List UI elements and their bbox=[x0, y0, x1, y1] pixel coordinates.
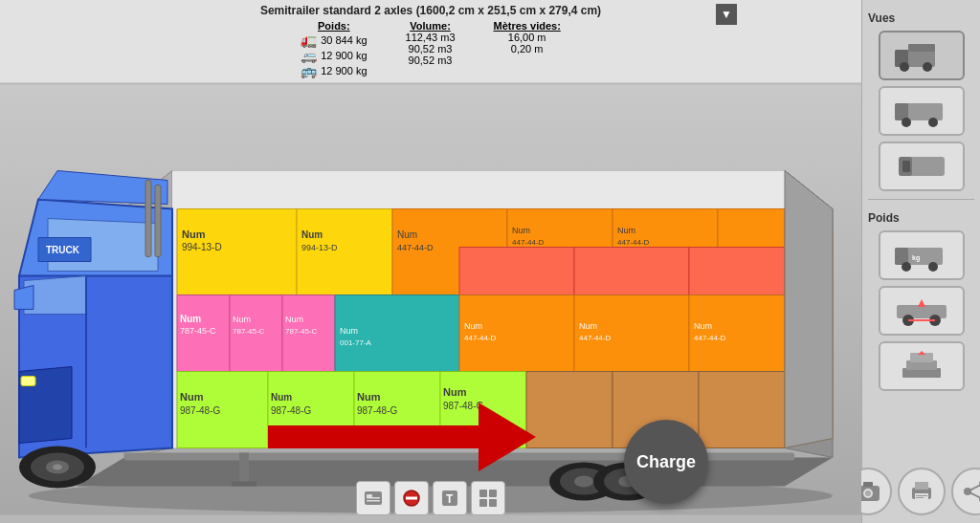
svg-text:Num: Num bbox=[617, 226, 635, 235]
svg-marker-76 bbox=[574, 248, 689, 295]
svg-text:787-45-C: 787-45-C bbox=[180, 326, 216, 336]
row1-volume: 112,43 m3 bbox=[406, 32, 456, 43]
svg-marker-77 bbox=[689, 248, 785, 295]
svg-text:447-44-D: 447-44-D bbox=[464, 334, 497, 342]
svg-point-122 bbox=[53, 465, 62, 470]
svg-rect-115 bbox=[21, 377, 35, 386]
main-viewport: Semitrailer standard 2 axles (1600,2 cm … bbox=[0, 0, 861, 523]
svg-text:Num: Num bbox=[397, 229, 417, 240]
svg-text:787-45-C: 787-45-C bbox=[233, 327, 265, 336]
row2-icon: 🚐 bbox=[301, 48, 317, 63]
svg-marker-75 bbox=[459, 248, 574, 295]
row1-icon: 🚛 bbox=[301, 33, 317, 48]
svg-marker-99 bbox=[526, 372, 612, 448]
charge-button[interactable]: Charge bbox=[624, 420, 708, 504]
svg-point-2 bbox=[900, 62, 909, 72]
svg-marker-101 bbox=[699, 372, 785, 448]
svg-text:T: T bbox=[446, 492, 454, 506]
svg-marker-50 bbox=[297, 209, 392, 295]
svg-point-125 bbox=[574, 476, 593, 488]
row1-metres: 16,00 m bbox=[508, 32, 546, 43]
poids-axles-btn[interactable] bbox=[879, 286, 965, 336]
svg-rect-31 bbox=[915, 482, 928, 490]
svg-rect-11 bbox=[902, 161, 910, 172]
svg-text:Num: Num bbox=[301, 229, 323, 240]
svg-text:447-44-D: 447-44-D bbox=[397, 243, 434, 252]
svg-text:Num: Num bbox=[182, 229, 206, 240]
svg-text:Num: Num bbox=[180, 391, 204, 403]
poids-stack-btn[interactable] bbox=[879, 341, 965, 391]
svg-text:Num: Num bbox=[233, 315, 251, 324]
svg-text:447-44-D: 447-44-D bbox=[512, 238, 545, 247]
svg-point-3 bbox=[923, 62, 932, 72]
svg-marker-47 bbox=[177, 209, 297, 295]
row3-volume: 90,52 m3 bbox=[409, 54, 453, 66]
svg-rect-141 bbox=[479, 490, 487, 497]
arrow-body bbox=[268, 425, 479, 448]
svg-point-7 bbox=[902, 118, 911, 127]
poids-col-label: Poids: bbox=[318, 20, 350, 32]
svg-text:Num: Num bbox=[357, 391, 381, 403]
print-btn[interactable] bbox=[898, 468, 946, 515]
divider bbox=[868, 199, 974, 200]
svg-text:994-13-D: 994-13-D bbox=[301, 243, 338, 252]
svg-rect-112 bbox=[145, 181, 151, 257]
svg-text:Num: Num bbox=[180, 314, 201, 324]
svg-text:Num: Num bbox=[340, 326, 358, 336]
poids-label: Poids bbox=[868, 211, 900, 225]
svg-text:TRUCK: TRUCK bbox=[46, 245, 80, 255]
bottom-toolbar: T bbox=[356, 481, 505, 515]
dropdown-button[interactable]: ▼ bbox=[716, 4, 737, 25]
share-btn[interactable] bbox=[951, 468, 981, 515]
svg-text:987-48-G: 987-48-G bbox=[180, 405, 220, 416]
svg-rect-144 bbox=[489, 499, 497, 507]
svg-text:447-44-D: 447-44-D bbox=[579, 334, 612, 342]
svg-rect-142 bbox=[489, 490, 497, 497]
svg-rect-143 bbox=[479, 499, 487, 507]
svg-text:Num: Num bbox=[271, 392, 292, 403]
svg-rect-34 bbox=[916, 497, 924, 498]
svg-point-15 bbox=[928, 262, 938, 272]
toolbar-grid-btn[interactable] bbox=[471, 481, 505, 515]
toolbar-tag-btn[interactable]: T bbox=[433, 481, 467, 515]
toolbar-no-btn[interactable] bbox=[394, 481, 429, 515]
svg-line-39 bbox=[968, 491, 981, 499]
svg-rect-130 bbox=[239, 453, 249, 487]
row3-poids: 12 900 kg bbox=[321, 65, 367, 76]
poids-total-btn[interactable]: kg bbox=[879, 230, 965, 280]
svg-point-28 bbox=[865, 490, 871, 496]
metres-col-label: Mètres vides: bbox=[494, 20, 561, 32]
svg-marker-118 bbox=[14, 286, 33, 310]
right-panel: Vues Poids bbox=[861, 0, 980, 523]
svg-text:787-45-C: 787-45-C bbox=[285, 327, 318, 336]
svg-text:447-44-D: 447-44-D bbox=[694, 334, 726, 342]
svg-rect-4 bbox=[908, 44, 935, 52]
svg-rect-113 bbox=[155, 185, 161, 257]
svg-text:kg: kg bbox=[912, 254, 920, 262]
svg-point-8 bbox=[928, 118, 938, 127]
vue-perspective-btn[interactable] bbox=[879, 31, 965, 80]
svg-line-38 bbox=[968, 484, 981, 491]
row3-metres: 0,20 m bbox=[511, 43, 544, 54]
row1-poids: 30 844 kg bbox=[321, 34, 367, 46]
svg-text:994-13-D: 994-13-D bbox=[182, 242, 222, 252]
svg-text:001-77-A: 001-77-A bbox=[340, 338, 372, 347]
svg-rect-131 bbox=[232, 482, 256, 487]
svg-text:Num: Num bbox=[285, 315, 303, 324]
svg-text:Num: Num bbox=[694, 321, 712, 331]
arrow-head bbox=[479, 403, 536, 471]
svg-text:Num: Num bbox=[443, 386, 467, 398]
svg-rect-135 bbox=[367, 500, 380, 502]
volume-col-label: Volume: bbox=[410, 20, 451, 32]
svg-rect-136 bbox=[367, 497, 380, 499]
row2-volume: 90,52 m3 bbox=[409, 43, 453, 54]
svg-text:Num: Num bbox=[464, 321, 482, 331]
svg-text:447-44-D: 447-44-D bbox=[617, 238, 650, 247]
vues-label: Vues bbox=[868, 11, 895, 25]
svg-text:Num: Num bbox=[579, 321, 597, 331]
direction-arrow bbox=[268, 408, 536, 466]
vue-side-btn[interactable] bbox=[879, 86, 965, 136]
toolbar-list-btn[interactable] bbox=[356, 481, 390, 515]
vue-top-btn[interactable] bbox=[879, 142, 965, 191]
row2-poids: 12 900 kg bbox=[321, 50, 367, 61]
